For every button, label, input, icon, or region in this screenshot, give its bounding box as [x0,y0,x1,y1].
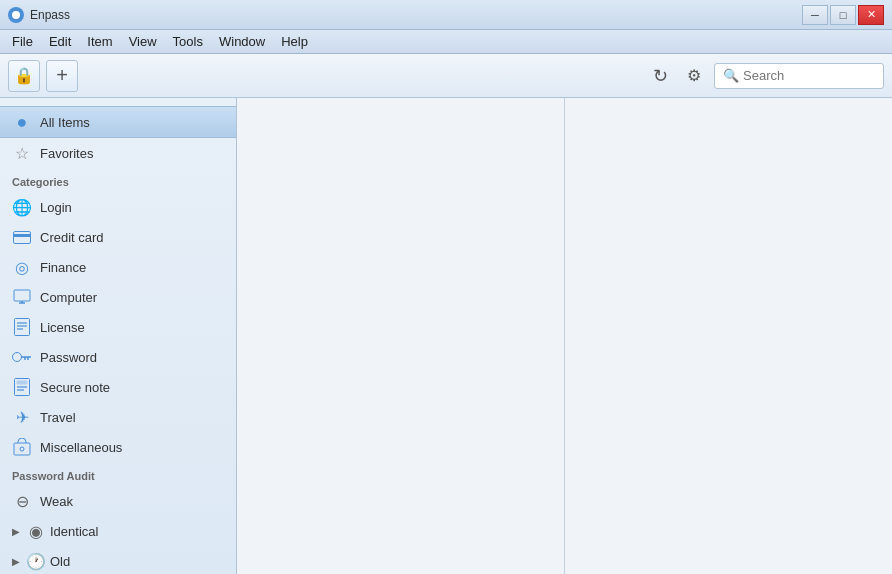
settings-icon: ⚙ [687,66,701,85]
svg-point-9 [13,353,22,362]
sidebar: ● All Items ☆ Favorites Categories 🌐 Log… [0,98,237,574]
title-bar-left: Enpass [8,7,70,23]
svg-rect-5 [15,319,30,336]
close-button[interactable]: ✕ [858,5,884,25]
sidebar-item-old[interactable]: ▶ 🕐 Old [0,546,236,574]
sidebar-item-identical[interactable]: ▶ ◉ Identical [0,516,236,546]
add-button[interactable]: + [46,60,78,92]
toolbar: 🔒 + ↻ ⚙ 🔍 [0,54,892,98]
sidebar-item-computer[interactable]: Computer [0,282,236,312]
sidebar-item-credit-card[interactable]: Credit card [0,222,236,252]
computer-icon [12,287,32,307]
sidebar-item-secure-note[interactable]: Secure note [0,372,236,402]
menu-tools[interactable]: Tools [165,32,211,51]
menu-item[interactable]: Item [79,32,120,51]
menu-file[interactable]: File [4,32,41,51]
travel-icon: ✈ [12,407,32,427]
credit-card-label: Credit card [40,230,104,245]
sidebar-item-password[interactable]: Password [0,342,236,372]
credit-card-icon [12,227,32,247]
weak-label: Weak [40,494,73,509]
sidebar-item-all-items[interactable]: ● All Items [0,106,236,138]
favorites-icon: ☆ [12,143,32,163]
password-audit-section-label: Password Audit [0,462,236,486]
misc-icon [12,437,32,457]
main-layout: ● All Items ☆ Favorites Categories 🌐 Log… [0,98,892,574]
settings-button[interactable]: ⚙ [680,62,708,90]
app-icon [8,7,24,23]
window-controls: ─ □ ✕ [802,5,884,25]
app-title: Enpass [30,8,70,22]
identical-icon: ◉ [26,521,46,541]
lock-icon: 🔒 [14,66,34,85]
maximize-button[interactable]: □ [830,5,856,25]
sidebar-item-travel[interactable]: ✈ Travel [0,402,236,432]
add-icon: + [56,64,68,87]
menu-bar: File Edit Item View Tools Window Help [0,30,892,54]
computer-label: Computer [40,290,97,305]
title-bar: Enpass ─ □ ✕ [0,0,892,30]
minimize-button[interactable]: ─ [802,5,828,25]
svg-rect-17 [14,443,30,455]
secure-note-icon [12,377,32,397]
all-items-label: All Items [40,115,90,130]
sidebar-item-login[interactable]: 🌐 Login [0,192,236,222]
weak-icon: ⊖ [12,491,32,511]
identical-label: Identical [50,524,98,539]
sidebar-item-license[interactable]: License [0,312,236,342]
login-label: Login [40,200,72,215]
categories-section-label: Categories [0,168,236,192]
password-icon [12,347,32,367]
identical-expand-arrow: ▶ [12,526,20,537]
content-panel [237,98,565,574]
favorites-label: Favorites [40,146,93,161]
secure-note-label: Secure note [40,380,110,395]
misc-label: Miscellaneous [40,440,122,455]
old-icon: 🕐 [26,551,46,571]
search-icon: 🔍 [723,68,739,83]
menu-window[interactable]: Window [211,32,273,51]
menu-help[interactable]: Help [273,32,316,51]
search-box: 🔍 [714,63,884,89]
svg-point-18 [20,447,24,451]
svg-rect-14 [17,381,27,384]
toolbar-right: ↻ ⚙ 🔍 [646,62,884,90]
old-expand-arrow: ▶ [12,556,20,567]
sync-icon: ↻ [653,65,668,87]
travel-label: Travel [40,410,76,425]
sidebar-item-favorites[interactable]: ☆ Favorites [0,138,236,168]
all-items-icon: ● [12,112,32,132]
finance-label: Finance [40,260,86,275]
sidebar-item-weak[interactable]: ⊖ Weak [0,486,236,516]
sync-button[interactable]: ↻ [646,62,674,90]
old-label: Old [50,554,70,569]
svg-rect-0 [14,231,31,243]
menu-view[interactable]: View [121,32,165,51]
search-input[interactable] [743,68,875,83]
svg-rect-1 [13,234,31,237]
password-label: Password [40,350,97,365]
license-icon [12,317,32,337]
lock-button[interactable]: 🔒 [8,60,40,92]
finance-icon: ◎ [12,257,32,277]
license-label: License [40,320,85,335]
svg-rect-2 [14,290,30,301]
login-icon: 🌐 [12,197,32,217]
sidebar-item-miscellaneous[interactable]: Miscellaneous [0,432,236,462]
sidebar-item-finance[interactable]: ◎ Finance [0,252,236,282]
menu-edit[interactable]: Edit [41,32,79,51]
detail-panel [565,98,892,574]
